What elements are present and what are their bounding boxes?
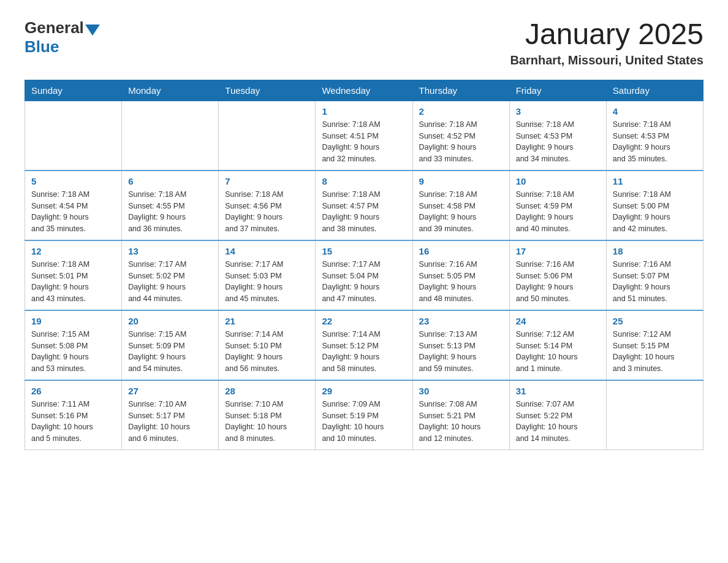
logo-triangle-icon [85,25,100,36]
calendar-cell: 19Sunrise: 7:15 AM Sunset: 5:08 PM Dayli… [25,310,122,380]
logo-general-text: General [25,18,84,37]
day-number: 29 [322,386,406,396]
day-info: Sunrise: 7:15 AM Sunset: 5:09 PM Dayligh… [128,329,212,375]
day-info: Sunrise: 7:18 AM Sunset: 4:56 PM Dayligh… [225,189,309,235]
day-number: 23 [419,316,503,326]
calendar-cell: 9Sunrise: 7:18 AM Sunset: 4:58 PM Daylig… [412,170,509,240]
calendar-cell: 7Sunrise: 7:18 AM Sunset: 4:56 PM Daylig… [219,170,316,240]
calendar-cell: 5Sunrise: 7:18 AM Sunset: 4:54 PM Daylig… [25,170,122,240]
calendar-cell: 26Sunrise: 7:11 AM Sunset: 5:16 PM Dayli… [25,380,122,450]
calendar-header-monday: Monday [122,80,219,101]
location-title: Barnhart, Missouri, United States [510,53,703,67]
calendar-header-sunday: Sunday [25,80,122,101]
calendar-cell: 24Sunrise: 7:12 AM Sunset: 5:14 PM Dayli… [509,310,606,380]
calendar-header-friday: Friday [509,80,606,101]
calendar-cell: 13Sunrise: 7:17 AM Sunset: 5:02 PM Dayli… [122,240,219,310]
calendar-week-row: 5Sunrise: 7:18 AM Sunset: 4:54 PM Daylig… [25,170,703,240]
day-number: 17 [516,246,600,256]
day-number: 15 [322,246,406,256]
calendar-cell: 17Sunrise: 7:16 AM Sunset: 5:06 PM Dayli… [509,240,606,310]
calendar-cell: 21Sunrise: 7:14 AM Sunset: 5:10 PM Dayli… [219,310,316,380]
calendar-cell: 10Sunrise: 7:18 AM Sunset: 4:59 PM Dayli… [509,170,606,240]
calendar-cell: 29Sunrise: 7:09 AM Sunset: 5:19 PM Dayli… [316,380,412,450]
calendar-cell: 2Sunrise: 7:18 AM Sunset: 4:52 PM Daylig… [412,101,509,170]
calendar-cell: 23Sunrise: 7:13 AM Sunset: 5:13 PM Dayli… [412,310,509,380]
day-number: 2 [419,106,503,117]
calendar-table: SundayMondayTuesdayWednesdayThursdayFrid… [25,80,703,450]
calendar-cell: 27Sunrise: 7:10 AM Sunset: 5:17 PM Dayli… [122,380,219,450]
day-number: 16 [419,246,503,256]
day-number: 21 [225,316,309,326]
logo-blue-text: Blue [25,37,59,56]
calendar-cell: 11Sunrise: 7:18 AM Sunset: 5:00 PM Dayli… [606,170,703,240]
calendar-header-thursday: Thursday [412,80,509,101]
calendar-week-row: 19Sunrise: 7:15 AM Sunset: 5:08 PM Dayli… [25,310,703,380]
day-info: Sunrise: 7:10 AM Sunset: 5:17 PM Dayligh… [128,399,212,445]
calendar-cell: 14Sunrise: 7:17 AM Sunset: 5:03 PM Dayli… [219,240,316,310]
calendar-cell: 30Sunrise: 7:08 AM Sunset: 5:21 PM Dayli… [412,380,509,450]
calendar-cell [219,101,316,170]
day-info: Sunrise: 7:18 AM Sunset: 4:58 PM Dayligh… [419,189,503,235]
day-info: Sunrise: 7:18 AM Sunset: 4:59 PM Dayligh… [516,189,600,235]
day-number: 19 [31,316,115,326]
day-number: 28 [225,386,309,396]
calendar-header-wednesday: Wednesday [316,80,412,101]
calendar-cell: 15Sunrise: 7:17 AM Sunset: 5:04 PM Dayli… [316,240,412,310]
calendar-cell: 1Sunrise: 7:18 AM Sunset: 4:51 PM Daylig… [316,101,412,170]
day-number: 3 [516,106,600,117]
day-number: 27 [128,386,212,396]
day-number: 14 [225,246,309,256]
day-info: Sunrise: 7:17 AM Sunset: 5:03 PM Dayligh… [225,259,309,305]
calendar-week-row: 26Sunrise: 7:11 AM Sunset: 5:16 PM Dayli… [25,380,703,450]
day-info: Sunrise: 7:12 AM Sunset: 5:14 PM Dayligh… [516,329,600,375]
day-info: Sunrise: 7:16 AM Sunset: 5:05 PM Dayligh… [419,259,503,305]
day-info: Sunrise: 7:11 AM Sunset: 5:16 PM Dayligh… [31,399,115,445]
day-number: 1 [322,106,406,117]
day-number: 18 [613,246,697,256]
day-number: 4 [613,106,697,117]
calendar-header-row: SundayMondayTuesdayWednesdayThursdayFrid… [25,80,703,101]
calendar-cell: 31Sunrise: 7:07 AM Sunset: 5:22 PM Dayli… [509,380,606,450]
day-number: 31 [516,386,600,396]
day-number: 22 [322,316,406,326]
day-number: 6 [128,176,212,186]
day-info: Sunrise: 7:18 AM Sunset: 4:52 PM Dayligh… [419,119,503,165]
calendar-header-tuesday: Tuesday [219,80,316,101]
calendar-cell: 12Sunrise: 7:18 AM Sunset: 5:01 PM Dayli… [25,240,122,310]
calendar-cell: 6Sunrise: 7:18 AM Sunset: 4:55 PM Daylig… [122,170,219,240]
day-number: 24 [516,316,600,326]
day-number: 20 [128,316,212,326]
calendar-header-saturday: Saturday [606,80,703,101]
day-info: Sunrise: 7:12 AM Sunset: 5:15 PM Dayligh… [613,329,697,375]
day-info: Sunrise: 7:07 AM Sunset: 5:22 PM Dayligh… [516,399,600,445]
day-number: 8 [322,176,406,186]
day-number: 25 [613,316,697,326]
calendar-cell: 18Sunrise: 7:16 AM Sunset: 5:07 PM Dayli… [606,240,703,310]
day-info: Sunrise: 7:17 AM Sunset: 5:04 PM Dayligh… [322,259,406,305]
day-info: Sunrise: 7:18 AM Sunset: 4:55 PM Dayligh… [128,189,212,235]
day-number: 13 [128,246,212,256]
day-info: Sunrise: 7:10 AM Sunset: 5:18 PM Dayligh… [225,399,309,445]
day-info: Sunrise: 7:18 AM Sunset: 4:53 PM Dayligh… [613,119,697,165]
calendar-cell: 8Sunrise: 7:18 AM Sunset: 4:57 PM Daylig… [316,170,412,240]
month-title: January 2025 [510,18,703,51]
day-number: 12 [31,246,115,256]
day-info: Sunrise: 7:18 AM Sunset: 5:00 PM Dayligh… [613,189,697,235]
calendar-cell: 25Sunrise: 7:12 AM Sunset: 5:15 PM Dayli… [606,310,703,380]
calendar-week-row: 1Sunrise: 7:18 AM Sunset: 4:51 PM Daylig… [25,101,703,170]
calendar-cell: 22Sunrise: 7:14 AM Sunset: 5:12 PM Dayli… [316,310,412,380]
day-info: Sunrise: 7:18 AM Sunset: 4:54 PM Dayligh… [31,189,115,235]
day-number: 26 [31,386,115,396]
day-info: Sunrise: 7:14 AM Sunset: 5:12 PM Dayligh… [322,329,406,375]
day-info: Sunrise: 7:18 AM Sunset: 4:53 PM Dayligh… [516,119,600,165]
day-number: 11 [613,176,697,186]
day-number: 9 [419,176,503,186]
calendar-cell [122,101,219,170]
page-header: General Blue January 2025 Barnhart, Miss… [25,18,703,67]
calendar-cell: 20Sunrise: 7:15 AM Sunset: 5:09 PM Dayli… [122,310,219,380]
calendar-week-row: 12Sunrise: 7:18 AM Sunset: 5:01 PM Dayli… [25,240,703,310]
calendar-cell: 3Sunrise: 7:18 AM Sunset: 4:53 PM Daylig… [509,101,606,170]
calendar-cell: 28Sunrise: 7:10 AM Sunset: 5:18 PM Dayli… [219,380,316,450]
day-info: Sunrise: 7:14 AM Sunset: 5:10 PM Dayligh… [225,329,309,375]
day-number: 7 [225,176,309,186]
